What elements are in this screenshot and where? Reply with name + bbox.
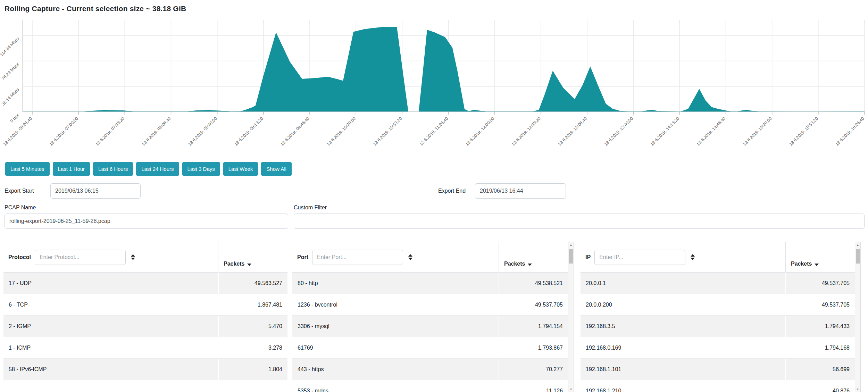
row-key: 192.168.1.101 [581,366,785,373]
row-key: 192.168.3.5 [581,323,785,330]
row-packets: 49.538.521 [499,273,568,294]
port-sort-icon[interactable] [407,253,414,261]
scroll-up-icon[interactable]: ▲ [568,242,574,248]
row-key: 5353 - mdns [292,388,499,392]
row-packets: 40.876 [785,380,855,392]
svg-text:13.6.2019, 13:40:00: 13.6.2019, 13:40:00 [603,116,634,147]
scrollbar-thumb[interactable] [569,249,573,264]
row-key: 1236 - bvcontrol [292,302,499,308]
last-week-button[interactable]: Last Week [223,162,258,176]
svg-text:13.6.2019, 15:20:00: 13.6.2019, 15:20:00 [742,116,773,147]
svg-text:13.6.2019, 11:26:40: 13.6.2019, 11:26:40 [419,116,449,147]
row-packets: 11.126 [499,380,568,392]
svg-text:13.6.2019, 10:53:20: 13.6.2019, 10:53:20 [372,116,403,147]
row-key: 1 - ICMP [3,345,218,351]
export-end-input[interactable] [475,183,566,199]
scroll-down-icon[interactable]: ▼ [855,386,860,392]
row-packets: 5.470 [218,316,287,337]
row-packets: 70.277 [499,359,568,380]
show-all-button[interactable]: Show All [261,162,292,176]
ip-table: IP Packets 20.0.0.149.537.70520.0.0.2004… [581,242,855,392]
traffic-area-chart[interactable]: 13.6.2019, 06:26:4013.6.2019, 07:00:0013… [0,17,868,156]
port-table-scrollbar[interactable]: ▲ ▼ [568,242,574,392]
row-key: 6 - TCP [3,302,218,308]
row-key: 192.168.1.210 [581,388,785,392]
row-packets: 1.867.481 [218,294,287,315]
svg-text:13.6.2019, 14:46:40: 13.6.2019, 14:46:40 [696,116,727,147]
scrollbar-thumb[interactable] [856,249,860,264]
row-packets: 49.537.705 [499,294,568,315]
row-packets: 49.537.705 [785,273,855,294]
last-1-hour-button[interactable]: Last 1 Hour [53,162,90,176]
row-packets: 3.278 [218,337,287,358]
row-key: 58 - IPv6-ICMP [3,366,218,373]
port-table-body: 80 - http49.538.5211236 - bvcontrol49.53… [292,273,568,392]
packets-header-label: Packets [504,261,525,267]
port-column-label: Port [297,254,308,260]
scroll-up-icon[interactable]: ▲ [855,242,860,248]
page-title: Rolling Capture - Current selection size… [5,5,868,13]
table-row: 20.0.0.149.537.705 [581,273,855,294]
protocol-filter-input[interactable] [35,250,126,265]
export-start-input[interactable] [50,183,141,199]
table-row: 192.168.0.1691.794.168 [581,337,855,359]
svg-text:13.6.2019, 15:53:20: 13.6.2019, 15:53:20 [788,116,819,147]
table-row: 80 - http49.538.521 [292,273,568,294]
ip-column-label: IP [585,254,591,260]
ip-sort-icon[interactable] [689,253,696,261]
table-row: 443 - https70.277 [292,359,568,380]
svg-text:13.6.2019, 07:00:00: 13.6.2019, 07:00:00 [49,116,80,147]
table-row: 58 - IPv6-ICMP1.804 [3,359,287,380]
row-key: 192.168.0.169 [581,345,785,351]
row-packets: 1.794.433 [785,316,855,337]
row-key: 443 - https [292,366,499,373]
row-packets: 1.793.867 [499,337,568,358]
port-filter-input[interactable] [312,250,403,265]
pcap-name-label: PCAP Name [5,205,36,211]
ip-table-scrollbar[interactable]: ▲ ▼ [855,242,861,392]
svg-text:13.6.2019, 12:00:00: 13.6.2019, 12:00:00 [465,116,495,147]
last-5-minutes-button[interactable]: Last 5 Minutes [5,162,50,176]
ip-packets-header[interactable]: Packets [785,242,855,272]
row-key: 20.0.0.200 [581,302,785,308]
last-6-hours-button[interactable]: Last 6 Hours [93,162,133,176]
protocol-table: Protocol Packets 17 - UDP49.563.5276 - T… [3,242,287,380]
table-row: 5353 - mdns11.126 [292,380,568,392]
protocol-packets-header[interactable]: Packets [218,242,287,272]
table-row: 192.168.3.51.794.433 [581,316,855,337]
custom-filter-label: Custom Filter [294,205,327,211]
scroll-down-icon[interactable]: ▼ [568,386,574,392]
row-key: 61769 [292,345,499,351]
ip-table-header: IP Packets [581,242,855,273]
pcap-name-input[interactable] [5,214,288,229]
row-packets: 1.794.168 [785,337,855,358]
table-row: 1 - ICMP3.278 [3,337,287,359]
svg-text:13.6.2019, 13:06:40: 13.6.2019, 13:06:40 [557,116,588,147]
row-key: 2 - IGMP [3,323,218,330]
table-row: 1236 - bvcontrol49.537.705 [292,294,568,316]
last-3-days-button[interactable]: Last 3 Days [182,162,220,176]
port-table-header: Port Packets [292,242,568,273]
port-packets-header[interactable]: Packets [499,242,568,272]
ip-filter-input[interactable] [594,250,685,265]
row-packets: 1.804 [218,359,287,380]
svg-text:13.6.2019, 16:26:40: 13.6.2019, 16:26:40 [835,116,866,147]
export-start-label: Export Start [5,188,34,194]
row-packets: 56.699 [785,359,855,380]
table-row: 3306 - mysql1.794.154 [292,316,568,337]
sort-desc-icon [528,264,532,266]
custom-filter-input[interactable] [294,214,865,229]
protocol-sort-icon[interactable] [130,253,136,261]
ip-table-body: 20.0.0.149.537.70520.0.0.20049.537.70519… [581,273,855,392]
row-key: 3306 - mysql [292,323,499,330]
table-row: 17 - UDP49.563.527 [3,273,287,294]
protocol-table-body: 17 - UDP49.563.5276 - TCP1.867.4812 - IG… [3,273,287,380]
protocol-column-label: Protocol [8,254,31,260]
time-range-buttons: Last 5 Minutes Last 1 Hour Last 6 Hours … [5,162,868,176]
row-key: 17 - UDP [3,280,218,286]
svg-text:13.6.2019, 09:13:20: 13.6.2019, 09:13:20 [233,116,264,147]
table-row: 6 - TCP1.867.481 [3,294,287,316]
last-24-hours-button[interactable]: Last 24 Hours [136,162,179,176]
table-row: 617691.793.867 [292,337,568,359]
svg-text:38.14 Mbps: 38.14 Mbps [1,87,20,107]
